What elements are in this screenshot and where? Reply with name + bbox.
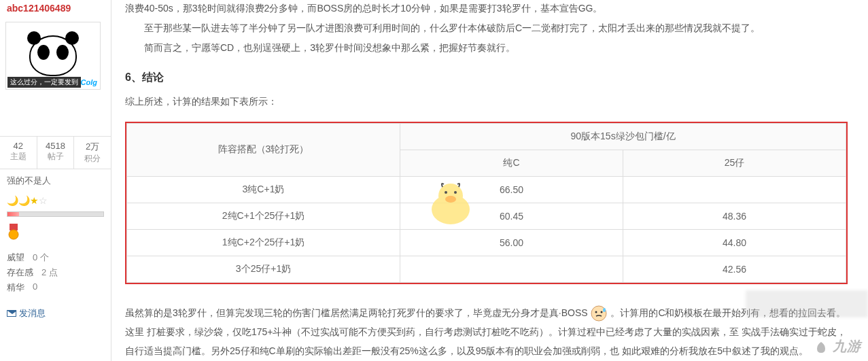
paragraph: 浪费40-50s，那3轮时间就得浪费2分多钟，而BOSS房的总时长才10分钟，如… xyxy=(125,0,848,17)
conclusion-paragraph: 虽然算的是3轮罗什，但算完发现三轮的伤害门槛居然满足两轮打死罗什的要求了，毕竟虚… xyxy=(125,303,848,360)
td-25: 48.36 xyxy=(623,203,846,229)
medal-icon xyxy=(7,224,20,240)
th-pure-c: 纯C xyxy=(400,150,623,176)
avatar-container: 这么过分，一定要发到 Colg xyxy=(0,16,111,95)
table-row: 1纯C+2个25仔+1奶 56.00 44.80 xyxy=(127,229,846,256)
svg-point-4 xyxy=(445,196,456,203)
svg-point-10 xyxy=(603,308,606,312)
meta-prestige: 威望 0 个 xyxy=(7,252,104,264)
th-composition: 阵容搭配（3轮打死） xyxy=(127,123,400,176)
site-watermark: 九游 xyxy=(814,337,861,356)
table-row: 2纯C+1个25仔+1奶 60.45 48.36 xyxy=(127,203,846,229)
td-comp: 2纯C+1个25仔+1奶 xyxy=(127,203,400,229)
exp-progress xyxy=(0,209,111,220)
user-avatar[interactable]: 这么过分，一定要发到 Colg xyxy=(5,22,101,90)
text-span: 如此艰难的分析我放在5中叙述了我的观点。 xyxy=(622,345,808,356)
table-row: 3个25仔+1奶 42.56 xyxy=(127,256,846,282)
meta-presence: 存在感 2 点 xyxy=(7,267,104,279)
avatar-caption: 这么过分，一定要发到 xyxy=(7,77,81,88)
td-comp: 1纯C+2个25仔+1奶 xyxy=(127,229,400,256)
table-row: 3纯C+1奶 66.50 xyxy=(127,176,846,203)
stat-label: 积分 xyxy=(74,153,111,165)
td-25: 42.56 xyxy=(623,256,846,282)
star-empty-icon: ☆ xyxy=(39,195,48,206)
user-meta-list: 威望 0 个 存在感 2 点 精华 0 xyxy=(0,246,111,302)
mail-icon xyxy=(7,310,16,317)
moon-icon: 🌙 xyxy=(18,195,30,206)
svg-point-5 xyxy=(445,191,447,194)
svg-point-6 xyxy=(454,191,457,194)
summary-text: 综上所述，计算的结果如下表所示： xyxy=(125,96,848,108)
meta-value: 0 xyxy=(33,281,37,294)
text-span: 虽然算的是3轮罗什，但算完发现三轮的伤害门槛居然满足两轮打死罗什的要求了，毕竟虚… xyxy=(125,307,588,318)
td-comp: 3个25仔+1奶 xyxy=(127,256,400,282)
td-25 xyxy=(623,176,846,203)
stat-topics[interactable]: 42 主题 xyxy=(0,137,37,169)
results-table-wrap: 阵容搭配（3轮打死） 90版本15s绿沙包门槛/亿 纯C 25仔 3纯C+1奶 … xyxy=(125,122,848,284)
stat-label: 帖子 xyxy=(37,151,74,162)
stat-num: 2万 xyxy=(74,141,111,153)
table-header-row: 阵容搭配（3轮打死） 90版本15s绿沙包门槛/亿 xyxy=(127,123,846,150)
send-msg-label: 发消息 xyxy=(19,307,46,320)
svg-point-8 xyxy=(595,311,597,313)
post-content: 浪费40-50s，那3轮时间就得浪费2分多钟，而BOSS房的总时长才10分钟，如… xyxy=(111,0,868,361)
paragraph: 至于那些某一队进去等了半分钟了另一队才进图浪费可利用时间的，什么罗什本体破防后C… xyxy=(125,20,848,37)
stat-points[interactable]: 2万 积分 xyxy=(74,137,111,169)
text-span: 打桩要求，绿沙袋，仅吃175+斗神（不过实战可能不方便买到药，自行考虑测试打桩吃… xyxy=(147,326,740,337)
meta-value: 0 个 xyxy=(33,252,49,264)
meta-label: 存在感 xyxy=(7,267,33,279)
paragraph: 简而言之，宁愿等CD，也别逞强硬上，3轮罗什时间没想象中那么紧，把握好节奏就行。 xyxy=(125,39,848,56)
td-comp: 3纯C+1奶 xyxy=(127,176,400,203)
meta-label: 精华 xyxy=(7,281,24,294)
stat-num: 42 xyxy=(0,141,37,151)
meta-essence: 精华 0 xyxy=(7,281,104,294)
duck-watermark-icon xyxy=(423,179,478,226)
th-threshold: 90版本15s绿沙包门槛/亿 xyxy=(400,123,846,150)
blur-overlay xyxy=(746,290,868,317)
medal-row xyxy=(0,220,111,246)
user-rank-title: 强的不是人 xyxy=(0,169,111,192)
th-25: 25仔 xyxy=(623,150,846,176)
sweat-emoji-icon xyxy=(590,305,608,322)
svg-point-9 xyxy=(601,311,603,313)
meta-label: 威望 xyxy=(7,252,24,264)
star-icon: ★ xyxy=(30,195,39,206)
results-table: 阵容搭配（3轮打死） 90版本15s绿沙包门槛/亿 纯C 25仔 3纯C+1奶 … xyxy=(126,123,846,283)
watermark-logo-icon xyxy=(814,341,828,354)
user-rating: 🌙🌙★☆ xyxy=(0,192,111,209)
section-heading: 6、结论 xyxy=(125,71,848,85)
user-sidebar: abc121406489 这么过分，一定要发到 Colg 42 主题 4518 … xyxy=(0,0,111,361)
td-pure xyxy=(400,256,623,282)
td-25: 44.80 xyxy=(623,229,846,256)
watermark-text: 九游 xyxy=(833,339,861,354)
username-link[interactable]: abc121406489 xyxy=(0,0,111,16)
td-pure: 56.00 xyxy=(400,229,623,256)
user-stats-row: 42 主题 4518 帖子 2万 积分 xyxy=(0,136,111,169)
stat-posts[interactable]: 4518 帖子 xyxy=(37,137,75,169)
svg-point-1 xyxy=(9,230,18,239)
moon-icon: 🌙 xyxy=(7,195,18,206)
stat-label: 主题 xyxy=(0,151,37,162)
stat-num: 4518 xyxy=(37,141,74,151)
colg-badge-icon: Colg xyxy=(81,78,97,86)
send-message-link[interactable]: 发消息 xyxy=(0,302,111,325)
meta-value: 2 点 xyxy=(41,267,58,279)
